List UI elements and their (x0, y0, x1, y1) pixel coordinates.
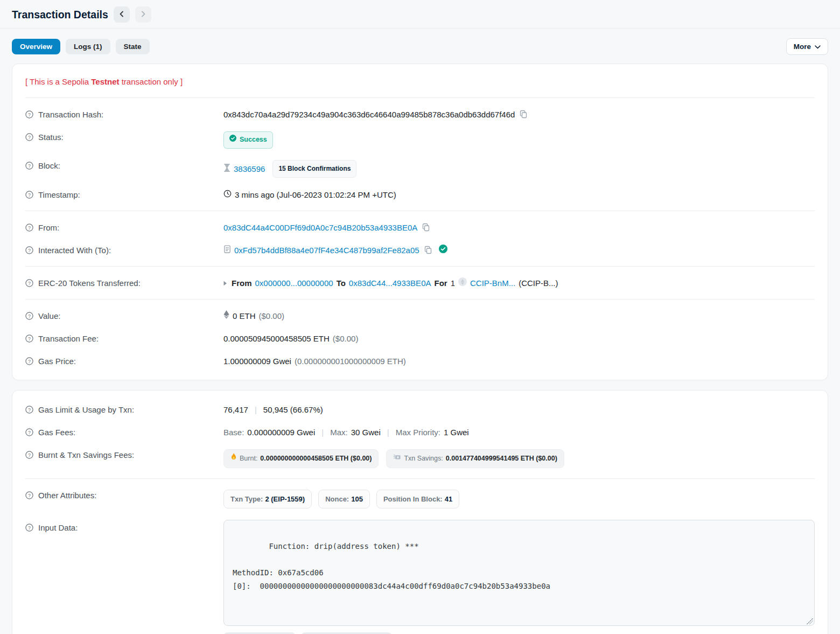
transaction-hash-value: 0x843dc70a4a29d79234c49a904c363d6c46640a… (223, 109, 515, 120)
chevron-right-icon (140, 11, 146, 19)
clock-icon (223, 189, 232, 200)
tab-logs[interactable]: Logs (1) (66, 39, 110, 54)
interacted-with-label: Interacted With (To): (38, 245, 111, 256)
help-icon[interactable]: ? (25, 428, 33, 436)
previous-transaction-button[interactable] (114, 6, 130, 23)
help-icon[interactable]: ? (25, 246, 33, 254)
nonce-value: 105 (351, 493, 363, 505)
txn-type-badge: Txn Type: 2 (EIP-1559) (223, 490, 312, 508)
block-number-link[interactable]: 3836596 (234, 163, 265, 175)
gas-limit-label: Gas Limit & Usage by Txn: (38, 404, 134, 415)
svg-text:?: ? (28, 492, 31, 498)
value-label: Value: (38, 310, 60, 322)
burnt-savings-row: ? Burnt & Txn Savings Fees: Burnt: 0.000… (25, 443, 815, 473)
gas-price-gwei: 1.000000009 Gwei (223, 356, 291, 367)
max-priority-value: 1 Gwei (444, 427, 469, 438)
transaction-hash-row: ? Transaction Hash: 0x843dc70a4a29d79234… (25, 103, 815, 126)
help-icon[interactable]: ? (25, 335, 33, 343)
nonce-label: Nonce: (325, 493, 349, 505)
interacted-with-row: ? Interacted With (To): 0xFd57b4ddBf88a4… (25, 239, 815, 261)
help-icon[interactable]: ? (25, 451, 33, 459)
transfer-from-address-link[interactable]: 0x000000...00000000 (255, 277, 333, 289)
copy-from-address-button[interactable] (421, 223, 431, 232)
testnet-warning-prefix: [ This is a Sepolia (25, 77, 91, 86)
gas-fees-row: ? Gas Fees: Base: 0.000000009 Gwei | Max… (25, 421, 815, 443)
input-data-textarea[interactable]: Function: drip(address token) *** Method… (223, 520, 815, 626)
transfer-amount: 1 (451, 277, 455, 289)
resize-handle[interactable] (807, 618, 813, 624)
nonce-badge: Nonce: 105 (318, 490, 370, 508)
chevron-down-icon (815, 43, 821, 51)
more-dropdown-label: More (794, 43, 811, 51)
help-icon[interactable]: ? (25, 224, 33, 232)
input-data-row: ? Input Data: Function: drip(address tok… (25, 514, 815, 634)
tab-overview[interactable]: Overview (12, 39, 60, 54)
page-title: Transaction Details (12, 9, 108, 21)
help-icon[interactable]: ? (25, 191, 33, 199)
svg-text:?: ? (28, 247, 31, 253)
other-attributes-row: ? Other Attributes: Txn Type: 2 (EIP-155… (25, 484, 815, 514)
token-name-link[interactable]: CCIP-BnM... (470, 277, 515, 289)
details-card: ? Gas Limit & Usage by Txn: 76,417 | 50,… (12, 390, 828, 634)
svg-text:?: ? (28, 336, 31, 341)
transfer-from-word: From (232, 277, 252, 289)
transaction-fee-usd: ($0.00) (333, 333, 359, 344)
tabs-row: Overview Logs (1) State More (0, 29, 840, 64)
divider (25, 97, 815, 98)
svg-text:?: ? (28, 134, 31, 140)
help-icon[interactable]: ? (25, 524, 33, 532)
transaction-fee-label: Transaction Fee: (38, 333, 99, 344)
status-row: ? Status: Success (25, 126, 815, 154)
token-symbol: (CCIP-B...) (519, 277, 558, 289)
more-dropdown-button[interactable]: More (786, 38, 828, 55)
token-icon (458, 277, 467, 289)
burnt-fee-value: 0.000000000000458505 ETH ($0.00) (260, 453, 372, 464)
help-icon[interactable]: ? (25, 491, 33, 499)
svg-text:?: ? (28, 313, 31, 318)
hourglass-icon (223, 163, 230, 175)
from-address-link[interactable]: 0x83dC44a4C00DFf69d0A0c7c94B20b53a4933BE… (223, 222, 417, 233)
input-data-label: Input Data: (38, 522, 78, 533)
chevron-left-icon (118, 11, 125, 19)
divider (25, 266, 815, 267)
other-attributes-label: Other Attributes: (38, 490, 96, 501)
timestamp-label: Timestamp: (38, 189, 80, 200)
timestamp-value: 3 mins ago (Jul-06-2023 01:02:24 PM +UTC… (235, 189, 396, 200)
overview-card: [ This is a Sepolia Testnet transaction … (12, 64, 828, 380)
divider (25, 211, 815, 211)
svg-text:?: ? (28, 225, 31, 230)
status-badge-text: Success (240, 134, 267, 145)
contract-document-icon (223, 245, 231, 256)
transfer-to-address-link[interactable]: 0x83dC44...4933BE0A (349, 277, 431, 289)
gas-limit-row: ? Gas Limit & Usage by Txn: 76,417 | 50,… (25, 398, 815, 421)
help-icon[interactable]: ? (25, 357, 33, 365)
svg-text:?: ? (28, 358, 31, 364)
from-label: From: (38, 222, 59, 233)
copy-hash-button[interactable] (518, 110, 529, 119)
gas-price-row: ? Gas Price: 1.000000009 Gwei (0.0000000… (25, 350, 815, 372)
svg-text:?: ? (28, 112, 31, 117)
block-label: Block: (38, 160, 60, 171)
help-icon[interactable]: ? (25, 133, 33, 141)
svg-text:?: ? (28, 525, 31, 530)
help-icon[interactable]: ? (25, 279, 33, 287)
txn-type-label: Txn Type: (230, 493, 263, 505)
burnt-savings-label: Burnt & Txn Savings Fees: (38, 449, 134, 461)
next-transaction-button[interactable] (135, 6, 151, 23)
position-in-block-label: Position In Block: (383, 493, 443, 505)
burnt-fee-label: Burnt: (240, 453, 257, 464)
tab-state[interactable]: State (116, 39, 150, 54)
help-icon[interactable]: ? (25, 162, 33, 170)
help-icon[interactable]: ? (25, 406, 33, 414)
help-icon[interactable]: ? (25, 110, 33, 119)
erc20-transfers-label: ERC-20 Tokens Transferred: (38, 277, 141, 289)
copy-to-address-button[interactable] (423, 246, 433, 254)
gas-fees-label: Gas Fees: (38, 427, 75, 438)
gas-price-label: Gas Price: (38, 356, 76, 367)
erc20-transfers-row: ? ERC-20 Tokens Transferred: From 0x0000… (25, 271, 815, 294)
help-icon[interactable]: ? (25, 312, 33, 320)
testnet-warning-bold: Testnet (91, 77, 119, 86)
to-address-link[interactable]: 0xFd57b4ddBf88a4e07fF4e34C487b99af2Fe82a… (234, 245, 419, 256)
burnt-fee-badge: Burnt: 0.000000000000458505 ETH ($0.00) (223, 449, 379, 468)
txn-savings-badge: Txn Savings: 0.001477404999541495 ETH ($… (386, 449, 564, 468)
